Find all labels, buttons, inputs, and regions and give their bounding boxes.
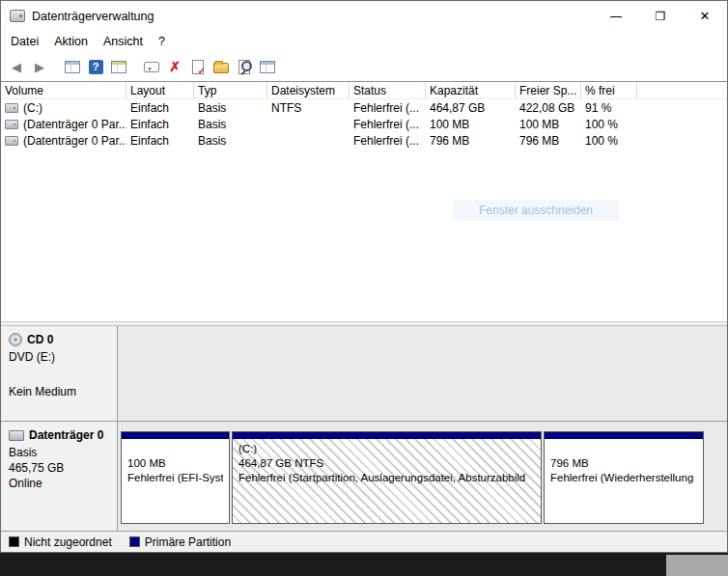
primary-partition-swatch <box>129 536 140 547</box>
taskbar-fragment <box>666 555 728 576</box>
status-cell: Fehlerfrei (... <box>350 99 426 116</box>
close-button[interactable]: ✕ <box>683 1 727 31</box>
disk-info-box[interactable]: Datenträger 0 Basis 465,75 GB Online <box>1 422 118 531</box>
table-row[interactable]: (C:) Einfach Basis NTFS Fehlerfrei (... … <box>1 99 727 116</box>
partition-efi[interactable]: 100 MB Fehlerfrei (EFI-Syst <box>121 431 230 524</box>
search-icon[interactable] <box>234 56 255 77</box>
partition-name <box>127 442 223 456</box>
partition-strip: 100 MB Fehlerfrei (EFI-Syst (C:) 464,87 … <box>118 422 727 531</box>
graphical-view-panel: CD 0 DVD (E:) Kein Medium Datenträger 0 … <box>1 326 727 531</box>
console-tree-icon[interactable] <box>62 56 83 77</box>
column-header-pct-frei[interactable]: % frei <box>581 82 637 98</box>
dateisystem-cell <box>267 116 350 132</box>
volume-name: (Datenträger 0 Par... <box>23 134 126 148</box>
column-header-freier-sp[interactable]: Freier Sp... <box>516 82 581 98</box>
unallocated-swatch <box>9 536 19 547</box>
partition-size: 100 MB <box>127 456 223 471</box>
column-header-layout[interactable]: Layout <box>126 82 194 98</box>
maximize-button[interactable]: ❐ <box>638 1 683 31</box>
app-icon <box>10 10 25 22</box>
column-header-typ[interactable]: Typ <box>194 82 267 98</box>
delete-volume-icon[interactable]: ✗ <box>164 56 185 77</box>
dateisystem-cell: NTFS <box>267 99 350 116</box>
disk-management-window: Datenträgerverwaltung — ❐ ✕ Datei Aktion… <box>0 0 728 553</box>
partition-color-bar <box>122 432 229 439</box>
cd-drive-letter: DVD (E:) <box>9 350 109 364</box>
kapazitaet-cell: 796 MB <box>426 132 516 149</box>
partition-recovery[interactable]: 796 MB Fehlerfrei (Wiederherstellung <box>544 431 704 524</box>
menu-hilfe[interactable]: ? <box>151 33 173 50</box>
kapazitaet-cell: 464,87 GB <box>426 99 516 116</box>
window-title: Datenträgerverwaltung <box>32 10 154 23</box>
column-header-status[interactable]: Status <box>350 82 426 98</box>
table-header: Volume Layout Typ Dateisystem Status Kap… <box>1 82 727 99</box>
legend-bar: Nicht zugeordnet Primäre Partition <box>1 531 727 552</box>
volume-list-panel: Volume Layout Typ Dateisystem Status Kap… <box>1 81 727 321</box>
toolbar-separator <box>130 56 140 77</box>
help-icon[interactable]: ? <box>85 56 106 77</box>
hard-disk-icon <box>9 430 24 441</box>
cd-media-status: Kein Medium <box>9 385 109 398</box>
column-header-volume[interactable]: Volume <box>1 82 126 98</box>
menu-datei[interactable]: Datei <box>3 33 46 50</box>
volume-icon <box>5 103 18 113</box>
pct-frei-cell: 100 % <box>581 132 637 149</box>
balloon-tip-icon[interactable] <box>141 56 162 77</box>
freier-sp-cell: 796 MB <box>516 132 581 149</box>
legend-label: Nicht zugeordnet <box>24 535 112 549</box>
typ-cell: Basis <box>194 99 267 116</box>
table-row[interactable]: (Datenträger 0 Par... Einfach Basis Fehl… <box>1 132 727 149</box>
table-row[interactable]: (Datenträger 0 Par... Einfach Basis Fehl… <box>1 116 727 132</box>
partition-size: 796 MB <box>550 456 697 471</box>
partition-name: (C:) <box>238 442 535 456</box>
minimize-button[interactable]: — <box>594 1 638 31</box>
cd-info-box[interactable]: CD 0 DVD (E:) Kein Medium <box>1 326 118 421</box>
task-check-icon[interactable] <box>187 56 209 77</box>
kapazitaet-cell: 100 MB <box>426 116 516 132</box>
partition-color-bar <box>233 432 541 439</box>
open-folder-icon[interactable] <box>210 56 232 77</box>
typ-cell: Basis <box>194 132 267 149</box>
column-header-kapazitaet[interactable]: Kapazität <box>426 82 516 98</box>
list-view-icon[interactable] <box>108 56 129 77</box>
menu-ansicht[interactable]: Ansicht <box>96 33 151 50</box>
cd-content-area <box>118 326 727 421</box>
title-bar[interactable]: Datenträgerverwaltung — ❐ ✕ <box>1 1 727 31</box>
disk-size: 465,75 GB <box>9 461 109 475</box>
dateisystem-cell <box>267 132 350 149</box>
disk-status: Online <box>9 477 109 490</box>
layout-cell: Einfach <box>126 132 194 149</box>
status-cell: Fehlerfrei (... <box>350 132 426 149</box>
toolbar: ◀ ▶ ? ✗ <box>1 52 727 81</box>
pct-frei-cell: 100 % <box>581 116 637 132</box>
column-header-dateisystem[interactable]: Dateisystem <box>267 82 350 98</box>
console-window-icon[interactable] <box>257 56 278 77</box>
partition-status: Fehlerfrei (Startpartition, Auslagerungs… <box>238 471 535 485</box>
layout-cell: Einfach <box>126 116 194 132</box>
partition-size: 464,87 GB NTFS <box>238 456 535 471</box>
legend-item-primary-partition: Primäre Partition <box>129 535 231 549</box>
column-header-filler <box>637 82 727 98</box>
desktop-strip <box>0 553 728 576</box>
partition-c[interactable]: (C:) 464,87 GB NTFS Fehlerfrei (Startpar… <box>232 431 542 524</box>
freier-sp-cell: 422,08 GB <box>516 99 581 116</box>
volume-icon <box>5 136 18 146</box>
menu-bar: Datei Aktion Ansicht ? <box>1 31 727 52</box>
pct-frei-cell: 91 % <box>581 99 637 116</box>
disk-name: Datenträger 0 <box>29 428 103 442</box>
cd-name: CD 0 <box>27 333 53 346</box>
menu-aktion[interactable]: Aktion <box>46 33 96 50</box>
layout-cell: Einfach <box>126 99 194 116</box>
volume-icon <box>5 120 18 129</box>
partition-name <box>550 442 697 456</box>
volume-name: (Datenträger 0 Par... <box>23 118 126 131</box>
cd-drive-icon <box>9 333 22 346</box>
disk-type: Basis <box>9 446 109 459</box>
legend-item-unallocated: Nicht zugeordnet <box>9 535 112 549</box>
partition-status: Fehlerfrei (Wiederherstellung <box>550 471 697 485</box>
forward-icon[interactable]: ▶ <box>29 56 50 77</box>
volume-name: (C:) <box>23 101 42 115</box>
back-icon[interactable]: ◀ <box>6 56 27 77</box>
partition-status: Fehlerfrei (EFI-Syst <box>127 471 223 485</box>
disk-0-row: Datenträger 0 Basis 465,75 GB Online 100… <box>1 422 727 531</box>
